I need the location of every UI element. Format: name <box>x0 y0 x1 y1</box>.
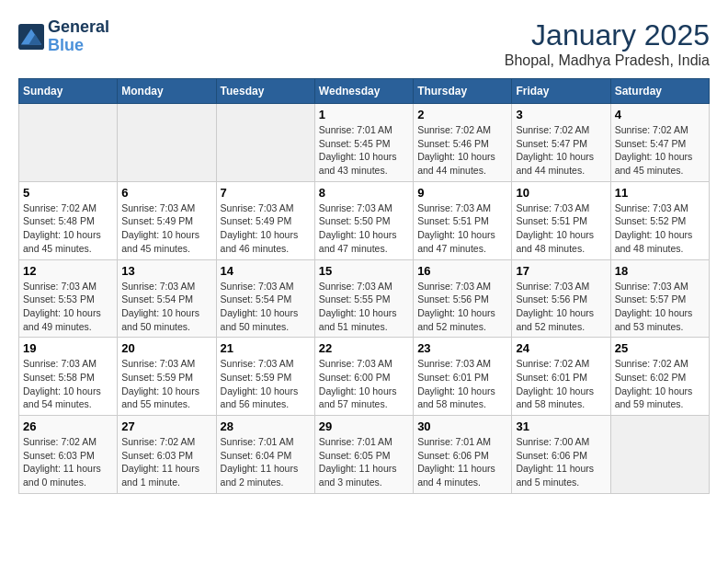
day-number: 10 <box>516 186 606 200</box>
day-number: 3 <box>516 108 606 121</box>
weekday-header: Monday <box>118 79 216 104</box>
calendar-day: 4Sunrise: 7:02 AMSunset: 5:47 PMDaylight… <box>610 104 709 182</box>
calendar-day <box>216 104 314 182</box>
calendar-day: 19Sunrise: 7:03 AMSunset: 5:58 PMDayligh… <box>19 338 118 416</box>
calendar-day: 3Sunrise: 7:02 AMSunset: 5:47 PMDaylight… <box>512 104 610 182</box>
calendar-day: 17Sunrise: 7:03 AMSunset: 5:56 PMDayligh… <box>512 259 610 338</box>
day-number: 14 <box>221 264 311 278</box>
day-info: Sunrise: 7:03 AMSunset: 5:58 PMDaylight:… <box>23 357 113 411</box>
day-info: Sunrise: 7:03 AMSunset: 6:00 PMDaylight:… <box>319 357 409 411</box>
day-info: Sunrise: 7:03 AMSunset: 5:59 PMDaylight:… <box>121 357 211 411</box>
day-number: 2 <box>417 108 507 121</box>
logo: General Blue <box>18 18 109 55</box>
logo-line1: General <box>48 18 109 37</box>
calendar-day: 6Sunrise: 7:03 AMSunset: 5:49 PMDaylight… <box>118 181 216 259</box>
calendar-day: 12Sunrise: 7:03 AMSunset: 5:53 PMDayligh… <box>19 259 118 338</box>
calendar-day: 21Sunrise: 7:03 AMSunset: 5:59 PMDayligh… <box>216 338 314 416</box>
day-info: Sunrise: 7:03 AMSunset: 5:49 PMDaylight:… <box>121 201 211 256</box>
calendar-day: 26Sunrise: 7:02 AMSunset: 6:03 PMDayligh… <box>19 416 118 494</box>
day-number: 28 <box>221 419 311 433</box>
calendar-day: 2Sunrise: 7:02 AMSunset: 5:46 PMDaylight… <box>414 104 512 182</box>
day-info: Sunrise: 7:03 AMSunset: 5:49 PMDaylight:… <box>221 201 311 256</box>
day-info: Sunrise: 7:03 AMSunset: 5:51 PMDaylight:… <box>516 201 606 256</box>
day-info: Sunrise: 7:03 AMSunset: 6:01 PMDaylight:… <box>417 357 507 411</box>
calendar-day: 31Sunrise: 7:00 AMSunset: 6:06 PMDayligh… <box>512 416 610 494</box>
calendar-day: 9Sunrise: 7:03 AMSunset: 5:51 PMDaylight… <box>414 181 512 259</box>
day-number: 6 <box>121 186 211 200</box>
calendar-day: 29Sunrise: 7:01 AMSunset: 6:05 PMDayligh… <box>314 416 413 494</box>
calendar-week-row: 19Sunrise: 7:03 AMSunset: 5:58 PMDayligh… <box>19 338 710 416</box>
calendar-table: SundayMondayTuesdayWednesdayThursdayFrid… <box>18 78 710 494</box>
weekday-header: Thursday <box>414 79 512 104</box>
day-info: Sunrise: 7:03 AMSunset: 5:51 PMDaylight:… <box>417 201 507 256</box>
month-title: January 2025 <box>505 18 710 52</box>
day-info: Sunrise: 7:03 AMSunset: 5:53 PMDaylight:… <box>23 280 113 334</box>
weekday-header: Saturday <box>610 79 709 104</box>
calendar-day: 7Sunrise: 7:03 AMSunset: 5:49 PMDaylight… <box>216 181 314 259</box>
day-info: Sunrise: 7:02 AMSunset: 6:02 PMDaylight:… <box>615 357 705 411</box>
calendar-day <box>19 104 118 182</box>
day-number: 24 <box>516 341 606 355</box>
calendar-day: 27Sunrise: 7:02 AMSunset: 6:03 PMDayligh… <box>118 416 216 494</box>
calendar-day: 30Sunrise: 7:01 AMSunset: 6:06 PMDayligh… <box>414 416 512 494</box>
weekday-header: Friday <box>512 79 610 104</box>
day-number: 19 <box>23 341 113 355</box>
calendar-week-row: 5Sunrise: 7:02 AMSunset: 5:48 PMDaylight… <box>19 181 710 259</box>
day-number: 31 <box>516 419 606 433</box>
day-info: Sunrise: 7:02 AMSunset: 5:48 PMDaylight:… <box>23 201 113 256</box>
calendar-day: 24Sunrise: 7:02 AMSunset: 6:01 PMDayligh… <box>512 338 610 416</box>
calendar-day: 20Sunrise: 7:03 AMSunset: 5:59 PMDayligh… <box>118 338 216 416</box>
day-number: 21 <box>221 341 311 355</box>
day-info: Sunrise: 7:03 AMSunset: 5:56 PMDaylight:… <box>417 280 507 334</box>
calendar-day <box>118 104 216 182</box>
day-info: Sunrise: 7:03 AMSunset: 5:54 PMDaylight:… <box>121 280 211 334</box>
day-info: Sunrise: 7:03 AMSunset: 5:56 PMDaylight:… <box>516 280 606 334</box>
day-number: 13 <box>121 264 211 278</box>
calendar-day: 13Sunrise: 7:03 AMSunset: 5:54 PMDayligh… <box>118 259 216 338</box>
calendar-day: 25Sunrise: 7:02 AMSunset: 6:02 PMDayligh… <box>610 338 709 416</box>
calendar-week-row: 1Sunrise: 7:01 AMSunset: 5:45 PMDaylight… <box>19 104 710 182</box>
day-info: Sunrise: 7:02 AMSunset: 5:47 PMDaylight:… <box>516 123 606 178</box>
calendar-week-row: 26Sunrise: 7:02 AMSunset: 6:03 PMDayligh… <box>19 416 710 494</box>
day-info: Sunrise: 7:02 AMSunset: 6:01 PMDaylight:… <box>516 357 606 411</box>
day-info: Sunrise: 7:03 AMSunset: 5:57 PMDaylight:… <box>615 280 705 334</box>
day-number: 17 <box>516 264 606 278</box>
day-info: Sunrise: 7:02 AMSunset: 5:46 PMDaylight:… <box>417 123 507 178</box>
day-number: 29 <box>319 419 409 433</box>
day-number: 22 <box>319 341 409 355</box>
day-number: 16 <box>417 264 507 278</box>
day-info: Sunrise: 7:01 AMSunset: 6:06 PMDaylight:… <box>417 435 507 489</box>
calendar-week-row: 12Sunrise: 7:03 AMSunset: 5:53 PMDayligh… <box>19 259 710 338</box>
calendar-day: 22Sunrise: 7:03 AMSunset: 6:00 PMDayligh… <box>314 338 413 416</box>
day-number: 25 <box>615 341 705 355</box>
day-info: Sunrise: 7:03 AMSunset: 5:54 PMDaylight:… <box>221 280 311 334</box>
day-info: Sunrise: 7:03 AMSunset: 5:55 PMDaylight:… <box>319 280 409 334</box>
day-info: Sunrise: 7:02 AMSunset: 6:03 PMDaylight:… <box>121 435 211 489</box>
calendar-day: 28Sunrise: 7:01 AMSunset: 6:04 PMDayligh… <box>216 416 314 494</box>
calendar-day: 5Sunrise: 7:02 AMSunset: 5:48 PMDaylight… <box>19 181 118 259</box>
day-number: 5 <box>23 186 113 200</box>
logo-line2: Blue <box>48 37 109 55</box>
location-subtitle: Bhopal, Madhya Pradesh, India <box>505 52 710 69</box>
day-number: 4 <box>615 108 705 121</box>
calendar-day <box>610 416 709 494</box>
day-info: Sunrise: 7:01 AMSunset: 6:05 PMDaylight:… <box>319 435 409 489</box>
day-number: 11 <box>615 186 705 200</box>
day-number: 30 <box>417 419 507 433</box>
day-number: 15 <box>319 264 409 278</box>
day-number: 20 <box>121 341 211 355</box>
day-info: Sunrise: 7:01 AMSunset: 5:45 PMDaylight:… <box>319 123 409 178</box>
day-info: Sunrise: 7:03 AMSunset: 5:50 PMDaylight:… <box>319 201 409 256</box>
day-info: Sunrise: 7:01 AMSunset: 6:04 PMDaylight:… <box>221 435 311 489</box>
calendar-day: 14Sunrise: 7:03 AMSunset: 5:54 PMDayligh… <box>216 259 314 338</box>
calendar-day: 8Sunrise: 7:03 AMSunset: 5:50 PMDaylight… <box>314 181 413 259</box>
day-number: 26 <box>23 419 113 433</box>
day-info: Sunrise: 7:00 AMSunset: 6:06 PMDaylight:… <box>516 435 606 489</box>
weekday-header: Tuesday <box>216 79 314 104</box>
logo-icon <box>18 24 44 50</box>
day-number: 18 <box>615 264 705 278</box>
day-info: Sunrise: 7:02 AMSunset: 6:03 PMDaylight:… <box>23 435 113 489</box>
day-info: Sunrise: 7:03 AMSunset: 5:59 PMDaylight:… <box>221 357 311 411</box>
day-number: 23 <box>417 341 507 355</box>
day-number: 9 <box>417 186 507 200</box>
